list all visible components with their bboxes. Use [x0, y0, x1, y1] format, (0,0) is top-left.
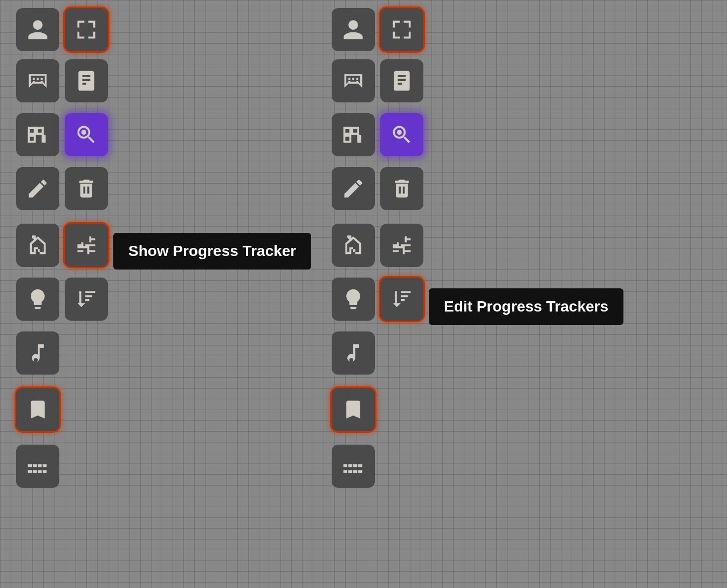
bulb-icon-right-a[interactable] — [332, 278, 375, 321]
sliders-icon-left-b[interactable] — [65, 224, 108, 267]
bulb-icon-left-a[interactable] — [16, 278, 59, 321]
fullscreen-icon-left-b[interactable] — [65, 8, 108, 51]
building-icon-right-a[interactable] — [332, 224, 375, 267]
music-icon-left-a[interactable] — [16, 331, 59, 375]
packages-icon-right-a[interactable] — [332, 445, 375, 488]
transfer-icon-left-b[interactable] — [65, 278, 108, 321]
pencil-icon-right-a[interactable] — [332, 167, 375, 210]
blocks-icon-right-a[interactable] — [332, 113, 375, 156]
music-icon-right-a[interactable] — [332, 331, 375, 375]
transfer-icon-right-b[interactable] — [380, 278, 423, 321]
pencil-icon-left-a[interactable] — [16, 167, 59, 210]
trash-icon-left-b[interactable] — [65, 167, 108, 210]
sliders-icon-right-b[interactable] — [380, 224, 423, 267]
person-icon-right-a[interactable] — [332, 8, 375, 51]
svg-point-0 — [81, 130, 86, 135]
book-icon-left-b[interactable] — [65, 59, 108, 102]
search-icon-right-b[interactable] — [380, 113, 423, 156]
fullscreen-icon-right-b[interactable] — [380, 8, 423, 51]
edit-progress-trackers-tooltip: Edit Progress Trackers — [429, 288, 623, 325]
ruler-icon-left-a[interactable] — [16, 59, 59, 102]
trash-icon-right-b[interactable] — [380, 167, 423, 210]
search-icon-left-b[interactable] — [65, 113, 108, 156]
book-icon-right-b[interactable] — [380, 59, 423, 102]
building-icon-left-a[interactable] — [16, 224, 59, 267]
show-progress-tracker-tooltip: Show Progress Tracker — [113, 233, 311, 269]
packages-icon-left-a[interactable] — [16, 445, 59, 488]
ruler-icon-right-a[interactable] — [332, 59, 375, 102]
bookmark-icon-right-a[interactable] — [332, 388, 375, 431]
blocks-icon-left-a[interactable] — [16, 113, 59, 156]
person-icon-left-a[interactable] — [16, 8, 59, 51]
svg-point-1 — [397, 130, 402, 135]
bookmark-icon-left-a[interactable] — [16, 388, 59, 431]
